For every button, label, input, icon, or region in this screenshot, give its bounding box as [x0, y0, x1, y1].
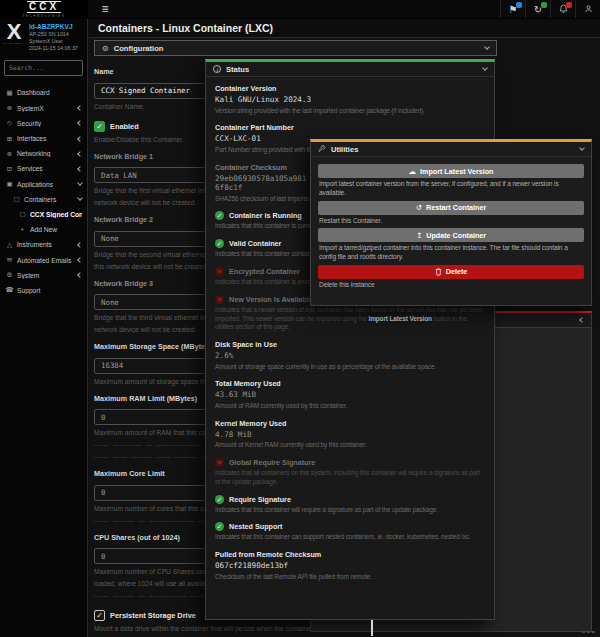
- chevron-left-icon: [77, 272, 83, 278]
- status-pulled-checksum: Pulled from Remote Checksum 067cf21890de…: [215, 550, 485, 581]
- top-bar: CCX TECHNOLOGIES ≡ ⚑ ↻: [0, 0, 600, 19]
- trash-icon: [435, 268, 442, 276]
- utilities-panel: Utilities ☁ Import Latest Version Import…: [310, 139, 592, 306]
- upload-icon: ↥: [416, 231, 422, 240]
- hamburger-icon: ≡: [101, 2, 108, 16]
- sidebar-item-dashboard[interactable]: ▦ Dashboard: [0, 85, 87, 100]
- sidebar-item-support[interactable]: ☎ Support: [0, 283, 87, 298]
- applications-icon: ▣: [5, 180, 14, 188]
- dashboard-icon: ▦: [5, 89, 14, 97]
- device-id: id-ABZRPKVJ: [29, 23, 78, 31]
- brand-logo: CCX TECHNOLOGIES: [0, 0, 88, 18]
- chevron-left-icon: [77, 242, 83, 248]
- delete-help: Delete this instance: [319, 281, 583, 290]
- sidebar-item-interfaces[interactable]: ⊞ Interfaces: [0, 131, 87, 146]
- chevron-left-icon: [77, 166, 83, 172]
- sidebar-item-services[interactable]: ⊡ Services: [0, 161, 87, 176]
- sidebar-item-add-new[interactable]: + Add New: [0, 222, 87, 237]
- persistent-storage-checkbox[interactable]: ✓: [94, 610, 105, 621]
- resize-grip: [582, 631, 595, 633]
- check-circle-icon: ✓: [215, 522, 224, 531]
- chevron-left-icon: [77, 257, 83, 263]
- status-panel-header[interactable]: i Status: [206, 62, 494, 77]
- search-input[interactable]: [4, 60, 83, 76]
- device-model: AP-250 SN 1014: [29, 31, 78, 38]
- chevron-left-icon: [77, 121, 83, 127]
- import-help: Import latest container version from the…: [319, 180, 583, 198]
- top-icon-group: ⚑ ↻: [500, 0, 600, 18]
- cross-circle-icon: ✕: [215, 295, 224, 304]
- new-version-help: Indicates that a newer version of this c…: [215, 306, 485, 332]
- cloud-download-icon: ☁: [409, 167, 417, 176]
- container-icon: ▢: [18, 210, 27, 218]
- delete-button[interactable]: Delete: [318, 265, 584, 279]
- sidebar-item-instruments[interactable]: △ Instruments: [0, 237, 87, 252]
- status-nested-support: ✓ Nested Support Indicates that this con…: [215, 522, 485, 542]
- status-kernel-memory: Kernel Memory Used 4.78 MiB Amount of Ke…: [215, 419, 485, 450]
- cross-circle-icon: ✕: [215, 267, 224, 276]
- sidebar-item-system[interactable]: ⚙ System: [0, 268, 87, 283]
- instruments-icon: △: [5, 241, 14, 249]
- restart-icon: ↺: [416, 203, 422, 212]
- device-user: SystemX User: [29, 38, 78, 45]
- systemx-icon: ⊗: [5, 104, 14, 112]
- plus-icon: +: [18, 226, 27, 233]
- systemx-logo-text: SYSTEMX: [2, 42, 26, 45]
- configuration-panel-header[interactable]: ⚙ Configuration: [94, 40, 497, 56]
- chevron-left-icon: [77, 151, 83, 157]
- sidebar-item-containers[interactable]: ▢ Containers: [0, 192, 87, 207]
- interfaces-icon: ⊞: [5, 135, 14, 143]
- update-container-button[interactable]: ↥ Update Container: [318, 228, 584, 242]
- cross-circle-icon: ✕: [215, 458, 224, 467]
- sidebar-item-applications[interactable]: ▣ Applications: [0, 177, 87, 192]
- notifications-badge: [566, 2, 572, 8]
- check-icon: ✓: [96, 611, 103, 620]
- shield-icon: ◇: [5, 119, 14, 127]
- device-info: X SYSTEMX id-ABZRPKVJ AP-250 SN 1014 Sys…: [0, 19, 87, 53]
- systemx-logo: X: [2, 22, 26, 42]
- sidebar-item-ccx-signed-container[interactable]: ▢ CCX Signed Container: [0, 207, 87, 222]
- email-icon: ✉: [5, 256, 14, 264]
- sidebar-nav: ▦ Dashboard ⊗ SystemX ◇ Security ⊞ Inter…: [0, 85, 87, 298]
- chevron-down-icon: [579, 145, 585, 151]
- notifications-button[interactable]: [550, 0, 575, 18]
- check-circle-icon: ✓: [215, 211, 224, 220]
- gear-icon: ⚙: [102, 44, 109, 53]
- flags-button[interactable]: ⚑: [500, 0, 525, 18]
- restart-container-button[interactable]: ↺ Restart Container: [318, 201, 584, 215]
- app-window: CCX TECHNOLOGIES ≡ ⚑ ↻: [0, 0, 600, 637]
- enabled-checkbox[interactable]: ✓: [94, 121, 105, 132]
- brand-wordmark: CCX: [27, 1, 61, 13]
- menu-toggle-button[interactable]: ≡: [88, 0, 122, 18]
- persistent-storage-label: Persistent Storage Drive: [110, 611, 196, 620]
- page-title: Containers - Linux Container (LXC): [89, 19, 600, 38]
- sidebar-item-automated-emails[interactable]: ✉ Automated Emails: [0, 252, 87, 267]
- flag-badge: [516, 2, 522, 8]
- history-button[interactable]: ↻: [525, 0, 550, 18]
- brand-tagline: TECHNOLOGIES: [22, 14, 65, 18]
- enabled-label: Enabled: [110, 122, 139, 131]
- utilities-panel-header[interactable]: Utilities: [311, 142, 591, 157]
- status-disk-space: Disk Space in Use 2.6% Amount of storage…: [215, 340, 485, 371]
- sidebar-item-security[interactable]: ◇ Security: [0, 116, 87, 131]
- chevron-left-icon: [77, 136, 83, 142]
- chevron-down-icon: [77, 195, 83, 201]
- restart-help: Restart this Container.: [319, 217, 583, 226]
- status-require-signature: ✓ Require Signature Indicates that this …: [215, 495, 485, 515]
- wrench-icon: [318, 145, 326, 153]
- update-help: Import a tarred/gziped container into th…: [319, 244, 583, 262]
- services-icon: ⊡: [5, 165, 14, 173]
- history-badge: [541, 2, 547, 8]
- user-icon: [584, 4, 593, 14]
- import-latest-version-button[interactable]: ☁ Import Latest Version: [318, 164, 584, 178]
- chevron-down-icon: [482, 65, 488, 71]
- check-circle-icon: ✓: [215, 239, 224, 248]
- sidebar-item-networking[interactable]: ⊚ Networking: [0, 146, 87, 161]
- sidebar-item-systemx[interactable]: ⊗ SystemX: [0, 101, 87, 116]
- sidebar: X SYSTEMX id-ABZRPKVJ AP-250 SN 1014 Sys…: [0, 19, 88, 637]
- chevron-left-icon: [579, 317, 585, 323]
- account-button[interactable]: [575, 0, 600, 18]
- check-circle-icon: ✓: [215, 495, 224, 504]
- status-total-memory: Total Memory Used 43.63 MiB Amount of RA…: [215, 379, 485, 410]
- chevron-down-icon: [77, 180, 83, 186]
